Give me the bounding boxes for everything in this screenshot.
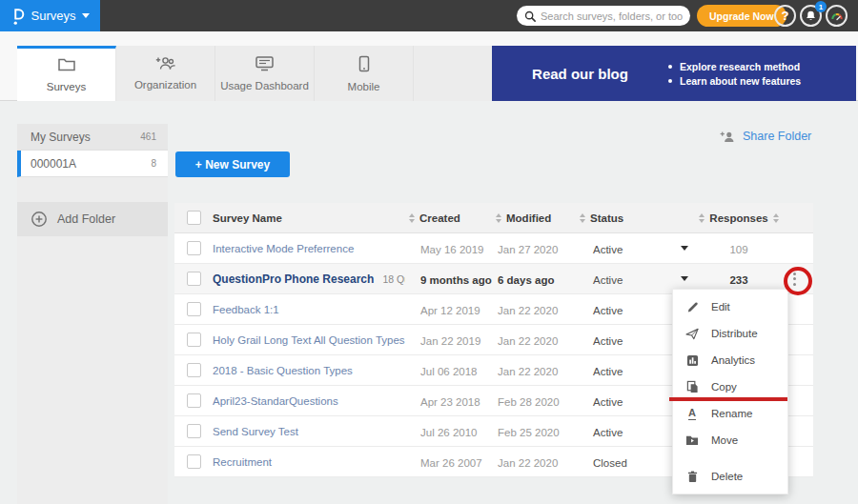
banner-title: Read our blog [492,66,668,82]
menu-item-rename[interactable]: ARename [673,400,787,427]
survey-name-cell: QuestionPro Phone Research18 Questions [213,272,405,286]
survey-name-link[interactable]: 2018 - Basic Question Types [213,365,353,376]
tab-label: Usage Dashboard [220,80,309,91]
created-cell: Apr 23 2018 [405,393,496,410]
status-dropdown-caret-icon[interactable] [681,276,688,281]
tab-organization[interactable]: Organization [116,46,215,101]
survey-name-link[interactable]: Interactive Mode Preferrence [213,243,354,254]
created-date: Jul 06 2018 [420,366,477,377]
rename-icon: A [685,408,699,420]
column-header-modified[interactable]: Modified [506,212,551,224]
modified-date: Jan 22 2020 [498,366,558,377]
modified-cell: Jan 22 2020 [496,301,580,318]
created-cell: 9 months ago [405,271,496,288]
column-header-survey-name[interactable]: Survey Name [213,212,282,224]
new-survey-button[interactable]: + New Survey [175,151,290,177]
tab-mobile[interactable]: Mobile [315,46,414,101]
row-checkbox[interactable] [187,333,201,347]
menu-item-label: Edit [711,301,730,312]
menu-item-delete[interactable]: Delete [673,463,787,490]
tab-surveys[interactable]: Surveys [17,46,116,101]
menu-item-distribute[interactable]: Distribute [673,320,787,347]
checkbox-cell [174,393,213,408]
question-count: 18 Questions [382,273,405,285]
folder-icon [57,57,76,76]
search-input[interactable] [541,10,683,22]
add-folder-button[interactable]: Add Folder [17,202,168,236]
survey-name-link[interactable]: QuestionPro Phone Research [213,272,374,286]
row-checkbox[interactable] [187,454,201,469]
people-add-icon [155,56,176,74]
column-header-status[interactable]: Status [590,212,623,224]
surveys-dashboard: Surveys Upgrade Now ? 1 [0,0,858,504]
help-button[interactable]: ? [774,5,796,27]
menu-item-edit[interactable]: Edit [673,293,787,320]
row-checkbox[interactable] [187,424,201,438]
tab-label: Organization [134,79,196,91]
row-checkbox[interactable] [187,302,201,316]
survey-name-cell: April23-StandarQuestions [213,395,405,407]
row-checkbox[interactable] [187,363,201,377]
monitor-icon [255,55,275,75]
survey-name-cell: Feedback 1:1 [213,304,405,315]
kebab-menu-icon[interactable] [789,269,800,290]
responses-count: 233 [729,274,747,286]
modified-cell: Jan 22 2020 [496,454,580,471]
survey-name-link[interactable]: Feedback 1:1 [213,304,279,315]
menu-item-move[interactable]: Move [673,427,787,454]
tab-usage-dashboard[interactable]: Usage Dashboard [215,46,315,101]
search-icon [524,10,536,22]
share-folder-link[interactable]: Share Folder [720,130,811,143]
sort-icon[interactable] [773,213,779,223]
responses-count: 109 [729,244,747,255]
survey-name-link[interactable]: Send Survey Test [213,426,298,437]
status-cell: Active [580,271,667,288]
checkbox-cell [174,272,213,286]
sort-icon[interactable] [409,213,415,223]
blog-banner[interactable]: Read our blog Explore research methodLea… [492,46,856,101]
column-header-responses[interactable]: Responses [709,212,767,224]
checkbox-cell [174,454,213,469]
created-date: Mar 26 2007 [420,457,482,469]
select-all-checkbox[interactable] [187,211,201,225]
menu-item-label: Analytics [711,354,755,366]
status-dropdown-cell [667,246,702,251]
gauge-icon [830,10,844,22]
upgrade-now-button[interactable]: Upgrade Now [697,5,786,27]
sidebar-folder-000001a[interactable]: 000001A8 [17,151,168,177]
sort-icon[interactable] [699,213,705,223]
smartphone-icon [358,55,370,76]
row-context-menu: EditDistributeAnalyticsCopyARenameMoveDe… [672,289,788,494]
survey-name-link[interactable]: Holy Grail Long Text All Question Types [213,334,405,346]
survey-name-link[interactable]: Recruitment [213,456,272,468]
pencil-icon [685,301,699,313]
folder-label: 000001A [31,157,76,171]
column-header-created[interactable]: Created [419,212,460,224]
global-search [517,6,690,26]
status-cell: Closed [580,454,667,471]
row-checkbox[interactable] [187,393,201,408]
product-switcher[interactable]: Surveys [0,0,100,31]
sidebar-folder-my-surveys[interactable]: My Surveys461 [17,124,168,151]
folder-count: 8 [151,158,156,169]
checkbox-cell [174,333,213,347]
menu-item-copy[interactable]: Copy [673,373,787,400]
modified-date: Feb 28 2020 [498,396,560,408]
survey-name-link[interactable]: April23-StandarQuestions [213,395,338,407]
row-checkbox[interactable] [187,241,201,255]
sort-icon[interactable] [496,213,501,223]
modified-cell: Feb 28 2020 [496,393,580,410]
menu-item-analytics[interactable]: Analytics [673,347,787,373]
table-row: Interactive Mode PreferrenceMay 16 2019J… [174,233,813,264]
modified-cell: Jan 22 2020 [496,332,580,349]
status-dropdown-caret-icon[interactable] [681,246,688,251]
folder-label: My Surveys [31,131,91,144]
usage-meter-button[interactable] [826,5,848,27]
notification-badge: 1 [815,1,827,12]
status-value: Active [593,274,623,286]
sort-icon[interactable] [580,213,585,223]
status-dropdown-cell [667,276,702,281]
created-date: Jan 22 2019 [420,335,480,347]
row-checkbox[interactable] [187,272,201,286]
question-mark-icon: ? [782,9,789,23]
